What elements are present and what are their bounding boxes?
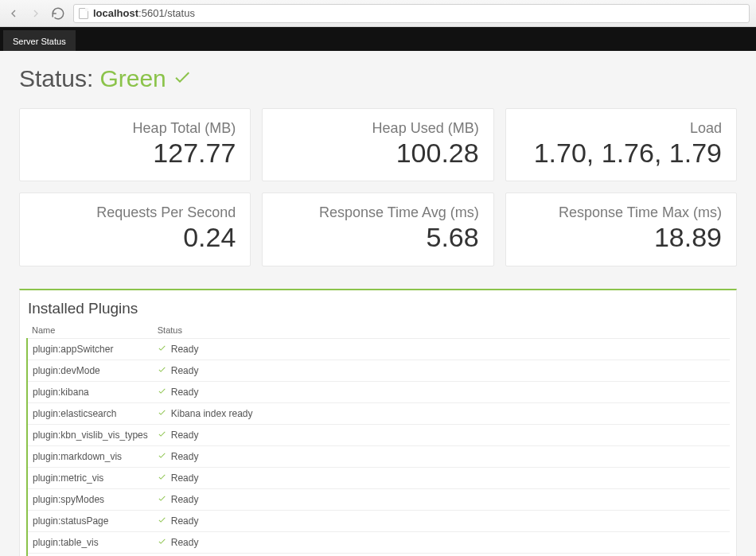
plugins-heading: Installed Plugins — [28, 300, 728, 317]
check-icon — [158, 515, 166, 527]
plugin-status-text: Ready — [171, 365, 199, 376]
plugin-status: Ready — [153, 424, 730, 445]
table-row: plugin:kbn_vislib_vis_typesReady — [27, 424, 730, 445]
plugin-status: Ready — [153, 381, 730, 402]
metric-load: Load 1.70, 1.76, 1.79 — [505, 108, 737, 181]
plugin-status: Ready — [153, 360, 730, 381]
plugin-status-text: Ready — [171, 537, 199, 548]
plugin-name: plugin:appSwitcher — [27, 338, 153, 360]
check-icon — [158, 494, 166, 505]
metric-title: Response Time Avg (ms) — [277, 204, 478, 221]
page-icon — [79, 8, 88, 19]
url-text: localhost:5601/status — [93, 7, 195, 19]
metric-value: 100.28 — [277, 138, 478, 168]
url-host: localhost — [93, 7, 138, 19]
plugin-status-text: Ready — [171, 387, 199, 398]
table-row: plugin:spyModesReady — [27, 488, 730, 510]
metric-rt-max: Response Time Max (ms) 18.89 — [505, 192, 737, 266]
check-icon — [158, 430, 166, 441]
plugin-status: Ready — [153, 467, 730, 488]
plugin-status-text: Ready — [171, 494, 199, 505]
plugin-status: Ready — [153, 445, 730, 467]
status-heading: Status: Green — [19, 65, 737, 92]
metrics-grid: Heap Total (MB) 127.77 Heap Used (MB) 10… — [19, 108, 737, 266]
app-nav: Server Status — [0, 27, 756, 51]
forward-button[interactable] — [29, 6, 43, 21]
table-row: plugin:appSwitcherReady — [27, 338, 730, 360]
plugin-status: Kibana index ready — [153, 402, 730, 424]
metric-value: 18.89 — [520, 223, 722, 252]
plugin-name: plugin:markdown_vis — [27, 445, 153, 467]
metric-value: 5.68 — [277, 223, 478, 252]
plugin-name: plugin:metric_vis — [27, 467, 153, 488]
table-row: plugin:kibanaReady — [27, 381, 730, 402]
metric-title: Response Time Max (ms) — [520, 204, 722, 221]
metric-value: 1.70, 1.76, 1.79 — [520, 138, 722, 168]
check-icon — [173, 65, 192, 92]
table-row: plugin:statusPageReady — [27, 510, 730, 531]
plugin-name: plugin:kibana — [27, 381, 153, 402]
metric-heap-used: Heap Used (MB) 100.28 — [262, 108, 493, 181]
plugin-status-text: Ready — [171, 472, 199, 484]
plugin-status: Ready — [153, 488, 730, 510]
metric-title: Requests Per Second — [34, 204, 236, 221]
browser-chrome: localhost:5601/status — [0, 0, 756, 27]
plugin-status: Ready — [153, 531, 730, 553]
metric-title: Heap Used (MB) — [277, 120, 478, 137]
plugin-status-text: Ready — [171, 430, 199, 441]
url-rest: :5601/status — [138, 7, 195, 19]
check-icon — [158, 408, 166, 419]
status-value: Green — [99, 65, 166, 92]
plugin-status: Ready — [153, 338, 730, 360]
table-row: plugin:elasticsearchKibana index ready — [27, 402, 730, 424]
plugin-name: plugin:devMode — [27, 360, 153, 381]
plugin-status-text: Ready — [171, 515, 199, 527]
plugin-name: plugin:spyModes — [27, 488, 153, 510]
check-icon — [158, 365, 166, 376]
plugin-name: plugin:elasticsearch — [27, 402, 153, 424]
table-row: plugin:markdown_visReady — [27, 445, 730, 467]
col-status: Status — [153, 322, 730, 339]
plugin-status-text: Ready — [171, 451, 199, 462]
plugin-status-text: Kibana index ready — [171, 408, 253, 419]
plugins-panel: Installed Plugins Name Status plugin:app… — [19, 289, 737, 556]
plugins-table: Name Status plugin:appSwitcherReadyplugi… — [26, 322, 730, 556]
plugin-status-text: Ready — [171, 344, 199, 355]
table-row: plugin:testsBundleReady — [27, 553, 730, 556]
check-icon — [158, 537, 166, 548]
reload-button[interactable] — [51, 6, 65, 21]
metric-value: 0.24 — [34, 223, 236, 252]
page-content: Status: Green Heap Total (MB) 127.77 Hea… — [0, 51, 756, 556]
check-icon — [158, 387, 166, 398]
plugin-name: plugin:kbn_vislib_vis_types — [27, 424, 153, 445]
address-bar[interactable]: localhost:5601/status — [73, 4, 750, 23]
metric-title: Load — [520, 120, 722, 137]
plugin-name: plugin:testsBundle — [27, 553, 153, 556]
metric-rps: Requests Per Second 0.24 — [19, 192, 251, 266]
table-row: plugin:metric_visReady — [27, 467, 730, 488]
tab-server-status[interactable]: Server Status — [3, 30, 76, 51]
check-icon — [158, 344, 166, 355]
plugin-status: Ready — [153, 553, 730, 556]
metric-title: Heap Total (MB) — [34, 120, 236, 137]
table-row: plugin:table_visReady — [27, 531, 730, 553]
plugin-status: Ready — [153, 510, 730, 531]
metric-rt-avg: Response Time Avg (ms) 5.68 — [262, 192, 493, 266]
table-row: plugin:devModeReady — [27, 360, 730, 381]
metric-value: 127.77 — [34, 138, 236, 168]
back-button[interactable] — [6, 6, 21, 21]
plugin-name: plugin:table_vis — [27, 531, 153, 553]
plugin-name: plugin:statusPage — [27, 510, 153, 531]
status-prefix: Status: — [19, 65, 93, 92]
check-icon — [158, 451, 166, 462]
col-name: Name — [27, 322, 153, 339]
metric-heap-total: Heap Total (MB) 127.77 — [19, 108, 251, 181]
check-icon — [158, 472, 166, 484]
